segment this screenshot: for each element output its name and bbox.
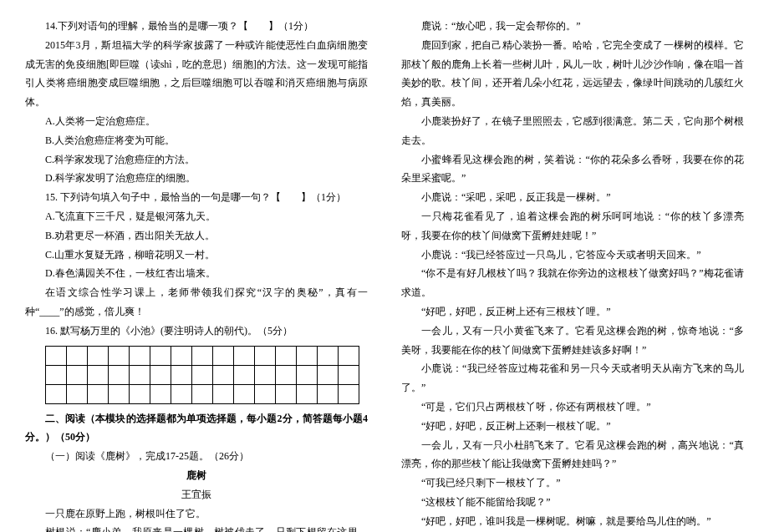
reading-1-heading: （一）阅读《鹿树》，完成17-25题。（26分） — [25, 447, 368, 466]
story-r5: 小鹿说：“采吧，采吧，反正我是一棵树。” — [401, 188, 744, 207]
section-2-heading: 二、阅读（本模块的选择题都为单项选择题，每小题2分，简答题每小题4分。）（50分… — [25, 409, 368, 448]
story-r2: 鹿回到家，把自己精心装扮一番。哈哈，它完全变成了一棵树的模样。它那枝丫般的鹿角上… — [401, 36, 744, 112]
q14-option-c: C.科学家发现了治愈癌症的方法。 — [25, 150, 368, 170]
story-r15: “可我已经只剩下一根枝丫了。” — [401, 474, 744, 493]
q14-passage: 2015年3月，斯坦福大学的科学家披露了一种或许能使恶性白血病细胞变成无害的免疫… — [25, 36, 368, 112]
story-p1: 一只鹿在原野上跑，树根叫住了它。 — [25, 504, 368, 524]
right-column: 鹿说：“放心吧，我一定会帮你的。” 鹿回到家，把自己精心装扮一番。哈哈，它完全变… — [401, 17, 744, 532]
q14-title: 14.下列对语句的理解，最恰当的是哪一项？【 】（1分） — [25, 17, 368, 36]
story-r1: 鹿说：“放心吧，我一定会帮你的。” — [401, 17, 744, 36]
story-r13: “好吧，好吧，反正树上还剩一根枝丫呢。” — [401, 417, 744, 436]
answer-grid — [45, 346, 359, 404]
q16: 16. 默写杨万里的《小池》(要注明诗人的朝代)。（5分） — [25, 322, 368, 341]
story-r6: 一只梅花雀看见了，追着这棵会跑的树乐呵呵地说：“你的枝丫多漂亮呀，我要在你的枝丫… — [401, 207, 744, 246]
story-r8: “你不是有好几根枝丫吗？我就在你旁边的这根枝丫做窝好吗？”梅花雀请求道。 — [401, 264, 744, 302]
story-r3: 小鹿装扮好了，在镜子里照照去，它感到很满意。第二天，它向那个树根走去。 — [401, 112, 744, 150]
story-author: 王宜振 — [25, 485, 368, 504]
q14-option-b: B.人类治愈癌症将变为可能。 — [25, 131, 368, 150]
story-r17: “好吧，好吧，谁叫我是一棵树呢。树嘛，就是要给鸟儿住的哟。” — [401, 512, 744, 531]
story-r10: 一会儿，又有一只小黄雀飞来了。它看见这棵会跑的树，惊奇地说：“多美呀，我要能在你… — [401, 322, 744, 360]
q15-option-b: B.劝君更尽一杯酒，西出阳关无故人。 — [25, 226, 368, 246]
q14-option-d: D.科学家发明了治愈癌症的细胞。 — [25, 169, 368, 188]
story-p2: 树根说：“鹿小弟，我原来是一棵树。树被伐走了，只剩下根留在这里。可是，树给一只小… — [25, 523, 368, 532]
story-r12: “可是，它们只占两根枝丫呀，你还有两根枝丫哩。” — [401, 398, 744, 417]
left-column: 14.下列对语句的理解，最恰当的是哪一项？【 】（1分） 2015年3月，斯坦福… — [25, 17, 368, 532]
q15-stem: 在语文综合性学习课上，老师带领我们探究“汉字的奥秘”，真有一种“____”的感觉… — [25, 283, 368, 322]
q15-option-d: D.春色满园关不住，一枝红杏出墙来。 — [25, 264, 368, 283]
q15-option-a: A.飞流直下三千尺，疑是银河落九天。 — [25, 207, 368, 226]
story-r11: 小鹿说：“我已经答应过梅花雀和另一只今天或者明天从南方飞来的鸟儿了。” — [401, 359, 744, 398]
story-title: 鹿树 — [25, 466, 368, 485]
q15-title: 15. 下列诗句填入句子中，最恰当的一句是哪一句？【 】（1分） — [25, 188, 368, 207]
story-r14: 一会儿，又有一只小杜鹃飞来了。它看见这棵会跑的树，高兴地说：“真漂亮，你的那些枝… — [401, 436, 744, 474]
story-r9: “好吧，好吧，反正树上还有三根枝丫哩。” — [401, 302, 744, 322]
story-r7: 小鹿说：“我已经答应过一只鸟儿，它答应今天或者明天回来。” — [401, 246, 744, 265]
story-r4: 小蜜蜂看见这棵会跑的树，笑着说：“你的花朵多么香呀，我要在你的花朵里采蜜呢。” — [401, 150, 744, 189]
q14-option-a: A.人类将一定治愈癌症。 — [25, 112, 368, 131]
story-r16: “这根枝丫能不能留给我呢？” — [401, 493, 744, 512]
q15-option-c: C.山重水复疑无路，柳暗花明又一村。 — [25, 246, 368, 265]
